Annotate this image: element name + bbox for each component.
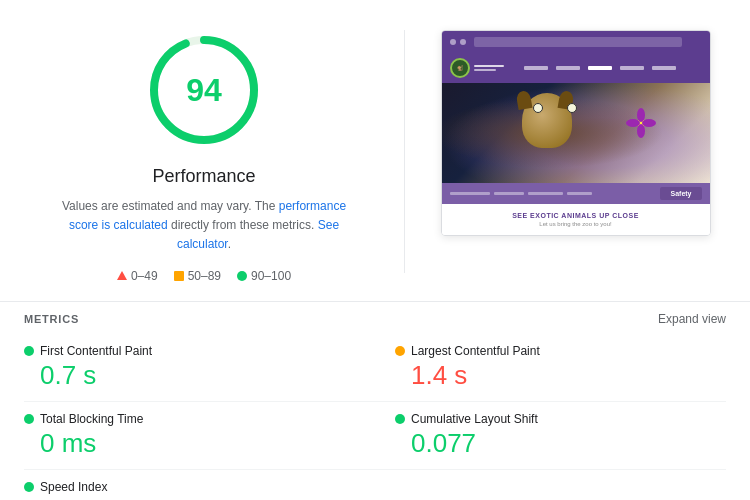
metric-fcp: First Contentful Paint 0.7 s: [24, 334, 375, 402]
nav-link: [620, 66, 644, 70]
score-circle: 94: [144, 30, 264, 150]
nav-dot: [450, 39, 456, 45]
legend: 0–49 50–89 90–100: [117, 269, 291, 283]
desc-text3: .: [228, 237, 231, 251]
desc-text2: directly from these metrics.: [168, 218, 318, 232]
score-value: 94: [186, 72, 222, 109]
metric-lcp-value: 1.4 s: [411, 360, 726, 391]
orange-square-icon: [174, 271, 184, 281]
metric-cls-header: Cumulative Layout Shift: [395, 412, 726, 426]
green-circle-icon: [237, 271, 247, 281]
address-bar: [474, 37, 682, 47]
metric-cls: Cumulative Layout Shift 0.077: [375, 402, 726, 470]
metric-tbt-header: Total Blocking Time: [24, 412, 335, 426]
metric-cls-value: 0.077: [411, 428, 726, 459]
metric-lcp-dot: [395, 346, 405, 356]
hero-image: [442, 83, 710, 183]
metric-si-name: Speed Index: [40, 480, 107, 494]
legend-range3: 90–100: [251, 269, 291, 283]
browser-preview: 🐒: [441, 30, 711, 236]
main-container: 94 Performance Values are estimated and …: [0, 0, 750, 293]
nav-link: [652, 66, 676, 70]
metric-tbt: Total Blocking Time 0 ms: [24, 402, 375, 470]
browser-nav: [442, 31, 710, 53]
metric-tbt-dot: [24, 414, 34, 424]
description: Values are estimated and may vary. The p…: [54, 197, 354, 255]
metrics-grid: First Contentful Paint 0.7 s Largest Con…: [24, 334, 726, 500]
metric-fcp-dot: [24, 346, 34, 356]
metric-lcp-header: Largest Contentful Paint: [395, 344, 726, 358]
left-panel: 94 Performance Values are estimated and …: [24, 20, 384, 283]
metric-si-value: 0.9 s: [40, 496, 335, 500]
cta-button[interactable]: Safety: [660, 187, 701, 200]
nav-link: [556, 66, 580, 70]
red-triangle-icon: [117, 271, 127, 280]
legend-orange: 50–89: [174, 269, 221, 283]
cta-bar: Safety: [442, 183, 710, 204]
expand-view-button[interactable]: Expand view: [658, 312, 726, 326]
metric-fcp-name: First Contentful Paint: [40, 344, 152, 358]
website-logo: 🐒: [450, 58, 504, 78]
website-sub: Let us bring the zoo to you!: [450, 221, 702, 227]
metrics-section: METRICS Expand view First Contentful Pai…: [0, 301, 750, 500]
metric-si: Speed Index 0.9 s: [24, 470, 375, 500]
legend-red: 0–49: [117, 269, 158, 283]
website-nav: [524, 66, 676, 70]
metrics-label: METRICS: [24, 313, 79, 325]
image-overlay: [442, 83, 710, 183]
metric-si-dot: [24, 482, 34, 492]
metric-cls-name: Cumulative Layout Shift: [411, 412, 538, 426]
legend-range2: 50–89: [188, 269, 221, 283]
logo-icon: 🐒: [450, 58, 470, 78]
website-text: SEE EXOTIC ANIMALS UP CLOSE Let us bring…: [442, 204, 710, 235]
nav-link: [524, 66, 548, 70]
nav-dot: [460, 39, 466, 45]
metrics-header: METRICS Expand view: [24, 302, 726, 334]
metric-fcp-header: First Contentful Paint: [24, 344, 335, 358]
website-tagline: SEE EXOTIC ANIMALS UP CLOSE: [450, 212, 702, 219]
metric-si-header: Speed Index: [24, 480, 335, 494]
divider: [404, 30, 405, 273]
right-panel: 🐒: [425, 20, 726, 283]
performance-title: Performance: [152, 166, 255, 187]
metric-fcp-value: 0.7 s: [40, 360, 335, 391]
metric-tbt-value: 0 ms: [40, 428, 335, 459]
website-header: 🐒: [442, 53, 710, 83]
desc-text1: Values are estimated and may vary. The: [62, 199, 279, 213]
metric-lcp-name: Largest Contentful Paint: [411, 344, 540, 358]
metric-empty: [375, 470, 726, 500]
legend-range1: 0–49: [131, 269, 158, 283]
metric-cls-dot: [395, 414, 405, 424]
nav-link: [588, 66, 612, 70]
metric-lcp: Largest Contentful Paint 1.4 s: [375, 334, 726, 402]
legend-green: 90–100: [237, 269, 291, 283]
metric-tbt-name: Total Blocking Time: [40, 412, 143, 426]
